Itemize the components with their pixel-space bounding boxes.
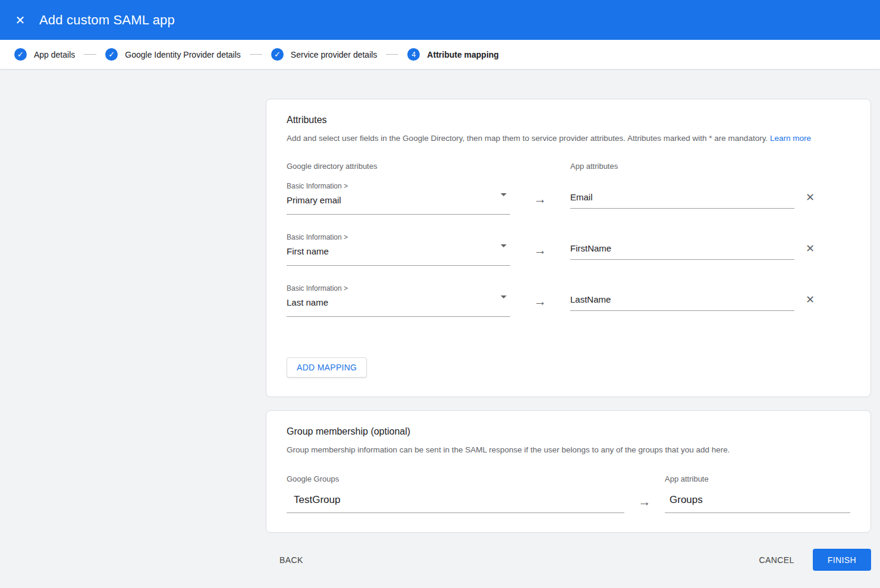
select-category-label: Basic Information > [287,181,510,191]
maps-to-arrow-icon: → [510,232,570,266]
step-divider [84,54,96,55]
maps-to-arrow-icon: → [624,494,665,513]
column-header-google-groups: Google Groups [287,474,624,483]
description-text: Add and select user fields in the Google… [287,134,768,143]
select-value: First name [287,246,510,257]
wizard-stepper: ✓ App details ✓ Google Identity Provider… [0,40,880,70]
learn-more-link[interactable]: Learn more [770,134,811,143]
directory-attribute-select[interactable]: Basic Information > Primary email [287,181,510,215]
group-membership-card: Group membership (optional) Group member… [266,410,871,533]
attributes-card-title: Attributes [287,115,850,125]
select-value: Last name [287,297,510,309]
step-divider [386,54,398,55]
select-category-label: Basic Information > [287,232,510,242]
step-attribute-mapping[interactable]: 4 Attribute mapping [407,48,499,61]
attributes-card-description: Add and select user fields in the Google… [287,133,850,144]
cancel-button[interactable]: CANCEL [756,551,798,570]
app-attribute-input[interactable]: FirstName [570,243,794,260]
finish-button[interactable]: FINISH [813,549,871,571]
remove-mapping-icon[interactable]: ✕ [806,191,815,203]
step-label: Attribute mapping [427,50,499,59]
chevron-down-icon [501,193,507,196]
chevron-down-icon [501,295,507,298]
maps-to-arrow-icon: → [510,181,570,215]
step-number-icon: 4 [407,48,420,61]
maps-to-arrow-icon: → [510,284,570,317]
app-attribute-input[interactable]: Email [570,191,794,209]
group-card-description: Group membership information can be sent… [287,445,850,455]
select-value: Primary email [287,194,510,206]
attributes-card: Attributes Add and select user fields in… [266,99,871,397]
mapping-row: Basic Information > First name → FirstNa… [287,232,850,266]
step-google-idp-details[interactable]: ✓ Google Identity Provider details [105,48,241,61]
wizard-footer: BACK CANCEL FINISH [266,549,871,583]
mapping-row: Basic Information > Primary email → Emai… [287,181,850,215]
step-label: Google Identity Provider details [125,50,241,59]
dialog-title: Add custom SAML app [39,12,175,28]
select-category-label: Basic Information > [287,284,510,293]
group-card-title: Group membership (optional) [287,426,850,437]
close-icon[interactable]: ✕ [10,10,31,31]
google-groups-input[interactable]: TestGroup [287,494,624,513]
mapping-row: Basic Information > Last name → LastName… [287,284,850,317]
group-app-attribute-input[interactable]: Groups [665,494,850,513]
step-label: App details [34,50,75,59]
add-mapping-button[interactable]: ADD MAPPING [287,357,367,378]
column-header-google-directory: Google directory attributes [287,162,510,171]
page-content: Attributes Add and select user fields in… [0,70,880,583]
group-mapping-grid: Google Groups App attribute TestGroup → … [287,474,850,513]
check-icon: ✓ [14,48,27,61]
check-icon: ✓ [105,48,118,61]
step-service-provider-details[interactable]: ✓ Service provider details [271,48,378,61]
step-divider [250,54,262,55]
check-icon: ✓ [271,48,284,61]
remove-mapping-icon[interactable]: ✕ [806,294,815,306]
directory-attribute-select[interactable]: Basic Information > First name [287,232,510,266]
directory-attribute-select[interactable]: Basic Information > Last name [287,284,510,317]
step-app-details[interactable]: ✓ App details [14,48,75,61]
mapping-column-headers: Google directory attributes App attribut… [287,162,850,171]
app-attribute-input[interactable]: LastName [570,294,794,311]
column-header-app-attribute: App attribute [665,474,850,483]
app-bar: ✕ Add custom SAML app [0,0,880,40]
step-label: Service provider details [291,50,378,59]
back-button[interactable]: BACK [276,551,307,570]
chevron-down-icon [501,244,507,247]
column-header-app-attributes: App attributes [570,162,794,171]
remove-mapping-icon[interactable]: ✕ [806,243,815,254]
